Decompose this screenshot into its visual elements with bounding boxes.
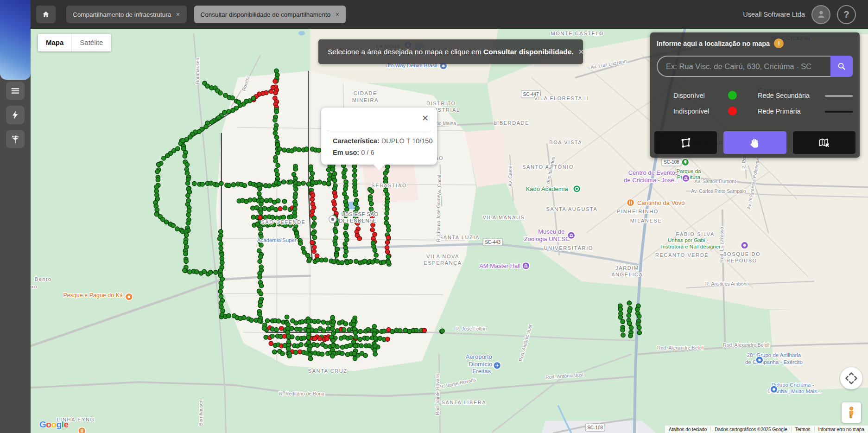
tab-close-icon[interactable]: ✕ <box>176 12 180 18</box>
hall-pin[interactable] <box>522 262 530 269</box>
legend-primary-label: Rede Primária <box>741 108 825 115</box>
map-label: ESPERANÇA <box>424 260 462 266</box>
avatar[interactable] <box>811 5 830 24</box>
delupo-pin[interactable] <box>770 386 778 393</box>
satellite-button[interactable]: Satélite <box>71 34 111 51</box>
map-label: xo <box>31 284 38 289</box>
map-label: SANTA LÍBERA <box>442 400 487 405</box>
legend-secondary-line <box>825 95 853 97</box>
hand-icon <box>749 137 760 148</box>
utility-pole-icon <box>10 134 20 144</box>
search-icon <box>836 61 847 71</box>
legend-secondary-label: Rede Secundária <box>741 92 825 99</box>
nails-pin[interactable] <box>741 242 748 249</box>
banner-close-icon[interactable]: ✕ <box>574 48 584 56</box>
map-attribution: Atalhos do teclado Dados cartográficos ©… <box>665 426 868 433</box>
legend-primary-line <box>825 111 853 113</box>
map-label: Av. Carlos Pinto Sampaio <box>691 188 746 194</box>
map-label: Parque da <box>676 168 701 174</box>
energy-module-button[interactable] <box>6 106 25 124</box>
map-label: 28° Grupo de Artilharia <box>747 352 801 358</box>
hamburger-icon <box>10 86 20 96</box>
clear-selection-button[interactable] <box>793 131 855 154</box>
restaurant-pin[interactable] <box>78 427 86 433</box>
tab-compartilhamento[interactable]: Compartilhamento de infraestrutura ✕ <box>66 6 187 23</box>
map-button[interactable]: Mapa <box>38 34 71 51</box>
network-module-button[interactable] <box>6 130 25 148</box>
terms-link[interactable]: Termos <box>791 427 814 432</box>
map-label: R. José Feltrin <box>456 326 487 331</box>
map-label: Academia Super <box>257 237 297 243</box>
map-label: CIDADE <box>354 90 377 96</box>
map-label: VILA NOVA <box>426 254 459 259</box>
svg-text:SC-108: SC-108 <box>587 425 603 430</box>
tab-consultar-disponibilidade[interactable]: Consultar disponibilidade de compartilha… <box>194 6 346 23</box>
popup-em-uso: Em uso: 0 / 6 <box>333 147 432 159</box>
museum-pin[interactable] <box>568 232 575 239</box>
map-label: R. Líbano José Gomes <box>436 192 441 242</box>
google-logo[interactable]: Google <box>39 420 68 430</box>
pan-tool-button[interactable] <box>723 131 786 154</box>
polygon-select-button[interactable] <box>654 131 717 154</box>
map-label: Cantinho da Vovó <box>637 199 685 206</box>
top-bar: Compartilhamento de infraestrutura ✕ Con… <box>31 0 868 29</box>
menu-button[interactable] <box>6 82 25 100</box>
map-label: LIBERDADE <box>494 120 529 126</box>
address-search-input[interactable] <box>658 62 830 71</box>
keyboard-shortcuts-link[interactable]: Atalhos do teclado <box>665 427 710 432</box>
road-badge: SC-443 <box>483 238 502 246</box>
home-icon <box>41 10 51 19</box>
tab-close-icon[interactable]: ✕ <box>335 12 339 18</box>
map-label: Rod. Vante Rovaris <box>435 373 440 415</box>
map-label: Aeroporto <box>466 353 492 360</box>
map-label: SEBASTIAO <box>371 183 407 188</box>
map-label: Delupo Criciúma - <box>772 382 814 388</box>
airport-pin[interactable]: ✈ <box>494 362 501 369</box>
map-type-control: Mapa Satélite <box>38 34 111 51</box>
map-label: RECANTO VERDE <box>655 252 709 258</box>
legend-unavailable-dot <box>728 107 737 115</box>
legend-available-label: Disponível <box>673 92 723 99</box>
road-badge: SC-108 <box>585 424 605 431</box>
app-logo[interactable] <box>0 0 31 80</box>
pan-arrows-icon <box>840 367 862 389</box>
map-label: Bornhausen <box>195 57 200 84</box>
map-label: Diomício <box>469 361 493 368</box>
map-label: AM Master Hall <box>479 262 520 269</box>
instruction-banner: Selecione a área desejada no mapa e cliq… <box>318 39 583 64</box>
park-pin[interactable] <box>682 159 689 166</box>
army-pin[interactable] <box>756 356 763 363</box>
map-pan-control[interactable] <box>840 367 862 389</box>
banner-bold-text: Consultar disponibilidade. <box>483 48 574 56</box>
events-center-pin[interactable] <box>682 175 690 182</box>
map-label: Av. Santos Dumont <box>695 178 736 184</box>
health-pin[interactable] <box>329 216 336 223</box>
polygon-select-icon <box>680 137 692 149</box>
gym-pin[interactable] <box>573 185 581 192</box>
feature-popup: ✕ Característica: DUPLO T 10/150 Em uso:… <box>321 108 437 165</box>
help-button[interactable]: ? <box>837 5 856 24</box>
map-label: BOA VISTA <box>549 140 582 145</box>
search-button[interactable] <box>830 56 853 77</box>
map-label: Rod. Alexandre Beloli <box>657 345 703 350</box>
user-icon <box>815 8 827 20</box>
popup-close-icon[interactable]: ✕ <box>422 114 429 122</box>
map-label: DEFENDENTE <box>339 218 376 223</box>
search-field <box>657 56 830 77</box>
restaurant-pin[interactable] <box>627 199 634 206</box>
banner-text: Selecione a área desejada no mapa e cliq… <box>328 48 483 56</box>
map-label: FÁBIO SILVA <box>676 231 715 237</box>
map-data-text: Dados cartográficos ©2025 Google <box>710 427 791 432</box>
map-label: Bento <box>35 276 52 282</box>
home-button[interactable] <box>36 6 56 23</box>
map-label: de Criciúma - José... <box>624 177 679 184</box>
map-label: MILANESE <box>630 218 662 223</box>
report-error-link[interactable]: Informar erro no mapa <box>814 427 868 432</box>
warning-icon[interactable]: ! <box>774 38 784 48</box>
popup-caracteristica: Característica: DUPLO T 10/150 <box>333 135 432 147</box>
map-label: R. Reditário de Bona <box>279 391 324 396</box>
map-label: Bornhausen <box>198 399 203 426</box>
street-view-pegman-button[interactable] <box>842 402 861 423</box>
location-panel: Informe aqui a localização no mapa ! Dis… <box>650 32 860 158</box>
fishing-pin[interactable] <box>125 293 133 300</box>
